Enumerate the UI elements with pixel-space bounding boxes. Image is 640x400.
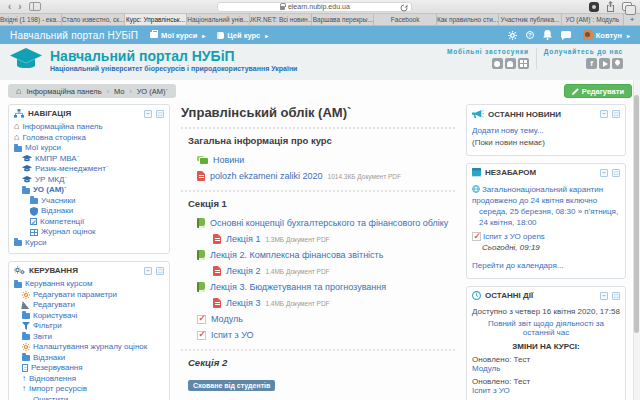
tab-overview-icon[interactable] [622, 2, 632, 11]
apple-app-icon[interactable] [492, 58, 503, 69]
dock-icon[interactable] [612, 169, 620, 177]
android-app-icon[interactable] [505, 58, 516, 69]
scrollbar-thumb[interactable] [634, 95, 639, 333]
nav-item-mycourses[interactable]: Мої курси [14, 143, 164, 154]
dock-icon[interactable] [156, 110, 164, 118]
browser-tab[interactable]: Участник публика... [499, 14, 561, 25]
breadcrumb-mid[interactable]: Мо [114, 87, 125, 96]
portal-title[interactable]: Навчальний портал НУБіП [50, 48, 297, 64]
notifications-bell-icon[interactable] [543, 30, 552, 40]
event-link[interactable]: Загальнонаціональний карантин продовжено… [472, 184, 620, 206]
section-divider [181, 349, 455, 351]
nav-item-courses[interactable]: Курси [14, 238, 164, 249]
menu-this-course[interactable]: Цей курс [217, 31, 268, 40]
book-resource[interactable]: Лекція 2. Комплексна фінансова звітність [181, 247, 455, 263]
portal-logo-icon[interactable] [10, 48, 42, 73]
browser-tab[interactable]: Вхідні (1 198) - ека... [0, 14, 62, 25]
messages-chat-icon[interactable] [561, 31, 571, 40]
quiz-activity[interactable]: Іспит з УО [181, 327, 455, 343]
event-time: Сьогодні, 09:19 [472, 242, 620, 253]
event-time: середа, 25 березня, 08:30 » п'ятниця, 24… [472, 206, 620, 228]
browser-tab[interactable]: UKR.NET: Всі новин... [250, 14, 312, 25]
nav-item-badges[interactable]: Відзнаки [14, 206, 164, 217]
nav-item-course[interactable]: Ризик-менеджмент` [14, 164, 164, 175]
dock-icon[interactable] [612, 292, 620, 300]
arrow-left-icon [22, 396, 30, 400]
nav-item-sitehome[interactable]: Головна сторінка [14, 133, 164, 144]
resource-pdf[interactable]: Лекція 31.4МБ Документ PDF [181, 295, 455, 311]
file-meta: 1.4МБ Документ PDF [265, 300, 329, 307]
collapse-icon[interactable] [144, 267, 152, 275]
book-icon [197, 218, 205, 228]
menu-my-courses[interactable]: Мої курси [150, 31, 205, 40]
change-link[interactable]: Модуль [472, 364, 620, 373]
change-link[interactable]: Іспит з УО [472, 386, 620, 395]
browser-tab[interactable]: Facebook [374, 14, 436, 25]
nav-item-participants[interactable]: Учасники [14, 196, 164, 207]
browser-tab[interactable]: Варшава перекры... [312, 14, 374, 25]
chevron-right-icon [107, 88, 109, 95]
extension-icon[interactable] [589, 2, 599, 12]
user-menu[interactable]: Ковтун [583, 30, 630, 40]
quiz-activity[interactable]: Модуль [181, 311, 455, 327]
help-icon[interactable] [526, 31, 534, 39]
resource-pdf[interactable]: Лекція 21.4МБ Документ PDF [181, 263, 455, 279]
admin-item-edit[interactable]: Редагувати [14, 300, 164, 311]
nav-item-course[interactable]: УР МКД` [14, 175, 164, 186]
dock-icon[interactable] [612, 110, 620, 118]
admin-item-badges[interactable]: Відзнаки [14, 353, 164, 364]
event-link[interactable]: Іспит з УО opens [472, 231, 620, 242]
activity-news-forum[interactable]: Новини [181, 152, 455, 168]
admin-item-gradebook-setup[interactable]: Налаштування журналу оцінок [14, 342, 164, 353]
collapse-icon[interactable] [600, 169, 608, 177]
sidebar-toggle-icon[interactable] [29, 2, 41, 11]
browser-tab[interactable]: Національний унів... [187, 14, 249, 25]
go-to-calendar-link[interactable]: Перейти до календаря... [472, 261, 620, 270]
admin-item-backup[interactable]: Резервування [14, 363, 164, 374]
nav-item-dashboard[interactable]: Інформаційна панель [14, 122, 164, 133]
resource-pdf[interactable]: Лекція 11.3МБ Документ PDF [181, 231, 455, 247]
browser-tab[interactable]: Как правильно сти... [437, 14, 499, 25]
admin-item-reset[interactable]: Очистити [14, 395, 164, 400]
nav-item-course[interactable]: КМПР МВА` [14, 154, 164, 165]
admin-item-restore[interactable]: Відновлення [14, 374, 164, 385]
collapse-icon[interactable] [144, 110, 152, 118]
admin-item-course-admin[interactable]: Керування курсом [14, 279, 164, 290]
browser-tab[interactable]: УО (АМ)`: Модуль [562, 14, 624, 25]
admin-item-import[interactable]: Імпорт ресурсів [14, 384, 164, 395]
home-icon[interactable] [16, 87, 21, 96]
share-icon[interactable] [606, 1, 615, 12]
nav-item-current-course[interactable]: УО (АМ)` [14, 185, 164, 196]
resource-pdf[interactable]: polozh ekzameni zaliki 2020 1014.3КБ Док… [181, 168, 455, 184]
collapse-icon[interactable] [600, 110, 608, 118]
admin-item-filters[interactable]: Фільтри [14, 321, 164, 332]
facebook-icon[interactable] [586, 58, 597, 69]
browser-tab[interactable]: Стало известно, ск... [62, 14, 124, 25]
address-bar[interactable]: elearn.nubip.edu.ua [217, 2, 412, 12]
nav-item-competencies[interactable]: Компетенції [14, 217, 164, 228]
browser-tab-active[interactable]: Курс: Управлінськ... [125, 14, 187, 25]
nav-item-grades[interactable]: Журнал оцінок [14, 227, 164, 238]
settings-gear-icon[interactable] [508, 31, 517, 40]
location-pin-icon[interactable] [612, 58, 623, 69]
new-tab-button[interactable]: + [624, 14, 640, 25]
youtube-icon[interactable] [599, 58, 610, 69]
admin-item-reports[interactable]: Звіти [14, 332, 164, 343]
edit-button[interactable]: Редагувати [564, 84, 632, 98]
admin-item-users[interactable]: Користувачі [14, 311, 164, 322]
reload-icon[interactable] [400, 4, 408, 12]
book-resource[interactable]: Лекція 3. Бюджетування та прогнозування [181, 279, 455, 295]
windows-app-icon[interactable] [518, 58, 529, 69]
collapse-icon[interactable] [600, 292, 608, 300]
portal-brand[interactable]: Навчальний портал НУБіП [10, 30, 138, 41]
add-topic-link[interactable]: Додати нову тему... [472, 126, 620, 135]
book-resource[interactable]: Основні концепції бухгалтерського та фін… [181, 215, 455, 231]
full-report-link[interactable]: Повний звіт щодо діяльності за останній … [472, 319, 620, 337]
back-icon[interactable] [8, 2, 11, 12]
admin-item-edit-settings[interactable]: Редагувати параметри [14, 290, 164, 301]
breadcrumb-dashboard[interactable]: Інформаційна панель [26, 87, 101, 96]
dock-icon[interactable] [156, 267, 164, 275]
briefcase-icon [150, 32, 158, 38]
latest-news-title: ОСТАННІ НОВИНИ [488, 110, 561, 119]
forward-icon[interactable] [18, 2, 21, 12]
